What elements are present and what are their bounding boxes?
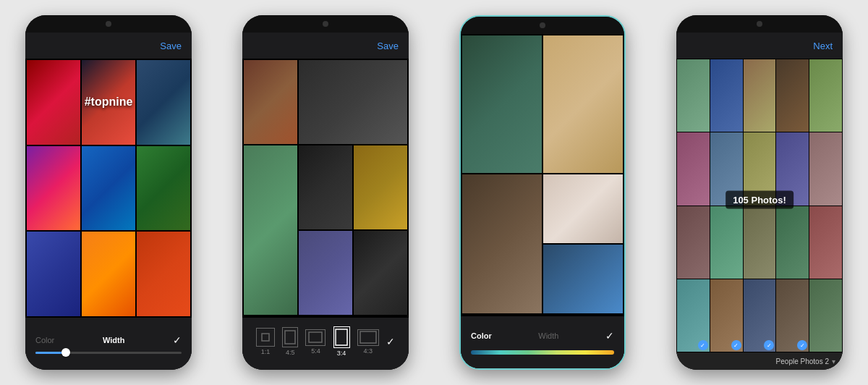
- thumb-grid-4: 105 Photos!: [676, 59, 843, 352]
- tab-color-1[interactable]: Color: [35, 336, 54, 344]
- collage-cell-3-1: [462, 35, 542, 173]
- phone-top-bar-2: [242, 15, 409, 33]
- thumb-19[interactable]: [776, 279, 809, 352]
- slider-row-1: [35, 352, 182, 354]
- screen-header-4: Next: [676, 33, 843, 59]
- thumb-5[interactable]: [809, 59, 842, 132]
- slider-track-1[interactable]: [35, 352, 182, 354]
- phone-4: Next: [651, 0, 868, 385]
- thumb-18[interactable]: [744, 279, 776, 352]
- thumb-check-17: [731, 340, 741, 350]
- grid-cell-1-9: [137, 232, 190, 316]
- thumb-12[interactable]: [710, 206, 743, 279]
- thumb-11[interactable]: [677, 206, 710, 279]
- thumb-20[interactable]: [809, 279, 842, 352]
- slider-fill-1: [35, 352, 64, 354]
- grid-cell-2-6: [299, 231, 352, 315]
- photo-grid-2: [242, 59, 409, 318]
- ratio-label-4-5: 4:5: [286, 349, 295, 356]
- save-button-2[interactable]: Save: [377, 41, 399, 51]
- svg-rect-4: [360, 331, 376, 343]
- ratio-label-1-1: 1:1: [261, 348, 271, 355]
- grid-cell-2-3: [244, 145, 297, 315]
- check-icon-1[interactable]: ✓: [173, 334, 182, 346]
- ratio-row: 1:1 4:5 5:4: [252, 326, 399, 357]
- phone-3: Color Width ✓: [434, 0, 651, 385]
- phone-1: Save #topnine Color Width: [0, 0, 217, 385]
- thumb-17[interactable]: [710, 279, 743, 352]
- ratio-icon-4-5: [282, 327, 298, 347]
- thumb-6[interactable]: [677, 132, 710, 205]
- grid-cell-1-8: [82, 232, 135, 316]
- phone-top-bar-3: [461, 17, 624, 34]
- thumb-4[interactable]: [776, 59, 809, 132]
- bottom-controls-3: Color Width ✓: [461, 316, 624, 368]
- tab-width-3[interactable]: Width: [538, 331, 558, 340]
- people-strip: People Photos 2 ▾: [676, 352, 843, 370]
- phone-2: Save: [217, 0, 434, 385]
- thumb-15[interactable]: [809, 206, 842, 279]
- grid-cell-2-5: [354, 145, 407, 229]
- ratio-icon-3-4: [333, 326, 350, 348]
- grid-cell-1-2: #topnine: [82, 60, 135, 145]
- grid-cell-1-5: [82, 146, 135, 231]
- phone-top-bar-1: [25, 15, 192, 33]
- camera-dot-3: [540, 22, 545, 28]
- thumb-1[interactable]: [677, 59, 710, 132]
- camera-dot-1: [106, 21, 111, 27]
- thumb-10[interactable]: [809, 132, 842, 205]
- photos-badge: 105 Photos!: [726, 190, 793, 208]
- svg-rect-0: [262, 334, 269, 341]
- grid-cell-2-2: [299, 60, 407, 144]
- ratio-btn-5-4[interactable]: 5:4: [305, 329, 326, 355]
- ratio-btn-1-1[interactable]: 1:1: [256, 328, 275, 355]
- thumb-13[interactable]: [744, 206, 776, 279]
- save-button-1[interactable]: Save: [160, 41, 182, 51]
- ratio-label-5-4: 5:4: [311, 347, 320, 355]
- ratio-btn-3-4[interactable]: 3:4: [333, 326, 350, 357]
- grid-cell-1-4: [27, 146, 80, 231]
- svg-rect-1: [285, 331, 295, 344]
- hashtag-label: #topnine: [85, 96, 133, 109]
- ratio-icon-4-3: [357, 329, 379, 346]
- tab-width-1[interactable]: Width: [103, 336, 124, 344]
- color-gradient-bar-3[interactable]: [471, 350, 614, 355]
- thumb-14[interactable]: [776, 206, 809, 279]
- thumb-check-16: [698, 340, 708, 350]
- thumb-3[interactable]: [744, 59, 776, 132]
- grid-cell-1-7: [27, 232, 80, 316]
- check-icon-3[interactable]: ✓: [605, 330, 614, 342]
- chevron-down-icon[interactable]: ▾: [832, 358, 835, 365]
- collage-cell-3-3: [462, 174, 542, 313]
- slider-thumb-1[interactable]: [61, 348, 70, 357]
- thumb-16[interactable]: [677, 279, 710, 352]
- thumb-check-19: [797, 340, 807, 350]
- svg-rect-3: [336, 329, 347, 345]
- collage-cell-3-5: [543, 245, 623, 313]
- phone-top-bar-4: [676, 15, 843, 33]
- photo-grid-1: #topnine: [25, 59, 192, 318]
- bottom-controls-1: Color Width ✓: [25, 318, 192, 370]
- people-label: People Photos 2: [776, 358, 829, 365]
- collage-cell-3-4: [543, 174, 623, 243]
- ratio-label-3-4: 3:4: [337, 350, 346, 357]
- ratio-btn-4-5[interactable]: 4:5: [282, 327, 298, 356]
- screen-header-2: Save: [242, 33, 409, 59]
- svg-rect-2: [309, 332, 322, 342]
- grid-cell-1-6: [137, 146, 190, 231]
- grid-cell-2-1: [244, 60, 297, 144]
- grid-cell-1-3: [137, 60, 190, 145]
- thumb-check-18: [764, 340, 774, 350]
- ratio-icon-1-1: [256, 328, 275, 347]
- camera-dot-4: [757, 21, 762, 27]
- next-button-4[interactable]: Next: [813, 41, 833, 51]
- grid-cell-2-7: [354, 231, 407, 315]
- collage-cell-3-2: [543, 35, 623, 173]
- thumb-2[interactable]: [710, 59, 743, 132]
- tab-color-3[interactable]: Color: [471, 331, 492, 340]
- ratio-btn-4-3[interactable]: 4:3: [357, 329, 379, 355]
- grid-cell-2-4: [299, 145, 352, 229]
- check-icon-2[interactable]: ✓: [386, 336, 395, 347]
- camera-dot-2: [323, 21, 328, 27]
- grid-cell-1-1: [27, 60, 80, 145]
